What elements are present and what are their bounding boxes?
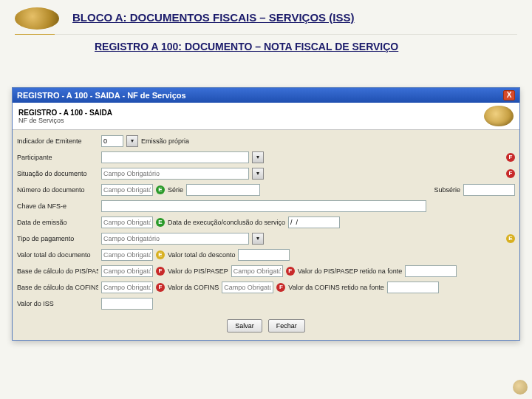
label-numero: Número do documento <box>17 186 98 194</box>
badge-valor-cofins: F <box>156 283 165 292</box>
header-subtext: NF de Serviços <box>18 117 112 124</box>
input-serie[interactable] <box>186 184 260 196</box>
label-valor-pis: Valor do PIS/PASEP <box>168 267 228 275</box>
input-situacao[interactable] <box>101 168 249 180</box>
input-chave[interactable] <box>101 200 426 212</box>
input-participante[interactable] <box>101 151 249 163</box>
input-numero[interactable] <box>101 184 153 196</box>
input-base-cofins[interactable] <box>101 282 153 293</box>
flag-tipo-pag: E <box>506 234 515 243</box>
badge-valor-pis: F <box>156 267 165 276</box>
close-form-button[interactable]: Fechar <box>268 319 305 332</box>
label-data-emissao: Data de emissão <box>17 219 98 226</box>
input-valor-cofins[interactable] <box>222 282 273 293</box>
form-body: Indicador de Emitente ▾ Emissão própria … <box>13 130 519 340</box>
button-row: Salvar Fechar <box>17 312 515 332</box>
dropdown-indicador[interactable]: ▾ <box>126 135 138 147</box>
window-header: REGISTRO - A 100 - SAIDA NF de Serviços <box>13 103 519 130</box>
dropdown-situacao[interactable]: ▾ <box>252 168 264 180</box>
slide-header: BLOCO A: DOCUMENTOS FISCAIS – SERVIÇOS (… <box>0 0 532 52</box>
flag-participante: F <box>506 153 515 162</box>
input-valor-iss[interactable] <box>101 298 153 310</box>
dropdown-tipo-pag[interactable]: ▾ <box>252 233 264 245</box>
sped-logo <box>15 7 59 30</box>
input-base-pis[interactable] <box>101 265 153 277</box>
input-data-emissao[interactable] <box>101 216 153 228</box>
label-base-pis: Base de cálculo do PIS/PASEP <box>17 267 98 275</box>
slide-title: BLOCO A: DOCUMENTOS FISCAIS – SERVIÇOS (… <box>72 11 517 24</box>
input-cofins-ret[interactable] <box>387 282 439 293</box>
input-pis-ret[interactable] <box>405 265 457 277</box>
logo-row: BLOCO A: DOCUMENTOS FISCAIS – SERVIÇOS (… <box>15 7 517 30</box>
label-data-exec: Data de execução/conclusão do serviço <box>168 219 285 226</box>
label-pis-ret: Valor do PIS/PASEP retido na fonte <box>298 267 403 275</box>
label-valor-cofins: Valor da COFINS <box>168 284 219 291</box>
badge-pis-ret: F <box>286 267 295 276</box>
label-indicador: Indicador de Emitente <box>17 137 98 145</box>
input-valor-total[interactable] <box>101 249 153 261</box>
divider <box>15 34 517 35</box>
registro-window: REGISTRO - A 100 - SAIDA - NF de Serviço… <box>12 87 520 341</box>
input-data-exec[interactable] <box>288 216 340 228</box>
label-valor-total: Valor total do documento <box>17 251 98 259</box>
label-valor-iss: Valor do ISS <box>17 300 98 307</box>
window-titlebar: REGISTRO - A 100 - SAIDA - NF de Serviço… <box>13 88 519 103</box>
label-valor-desc: Valor total do desconto <box>168 251 235 259</box>
label-serie: Série <box>168 186 183 194</box>
label-situacao: Situação do documento <box>17 170 98 177</box>
save-button[interactable]: Salvar <box>227 319 262 332</box>
badge-serie: E <box>156 185 165 194</box>
slide-subtitle: REGISTRO A 100: DOCUMENTO – NOTA FISCAL … <box>95 41 517 52</box>
badge-data-exec: E <box>156 218 165 227</box>
header-text: REGISTRO - A 100 - SAIDA <box>18 109 112 117</box>
input-subserie[interactable] <box>463 184 515 196</box>
input-valor-pis[interactable] <box>231 265 283 277</box>
indicador-desc: Emissão própria <box>141 137 189 145</box>
label-tipo-pag: Tipo de pagamento <box>17 235 98 242</box>
input-valor-desc[interactable] <box>238 249 290 261</box>
corner-logo <box>513 380 528 395</box>
input-tipo-pag[interactable] <box>101 233 249 245</box>
coin-icon <box>484 106 514 126</box>
flag-situacao: F <box>506 169 515 178</box>
badge-cofins-ret: F <box>276 283 285 292</box>
label-subserie: Subsérie <box>434 186 460 194</box>
label-participante: Participante <box>17 154 98 161</box>
label-chave: Chave da NFS-e <box>17 202 98 210</box>
dropdown-participante[interactable]: ▾ <box>252 151 264 163</box>
window-title: REGISTRO - A 100 - SAIDA - NF de Serviço… <box>17 91 186 100</box>
close-button[interactable]: X <box>503 90 515 100</box>
label-cofins-ret: Valor da COFINS retido na fonte <box>288 284 383 291</box>
input-indicador[interactable] <box>101 135 123 147</box>
label-base-cofins: Base de cálculo da COFINS <box>17 284 98 291</box>
badge-valor-desc: E <box>156 250 165 259</box>
